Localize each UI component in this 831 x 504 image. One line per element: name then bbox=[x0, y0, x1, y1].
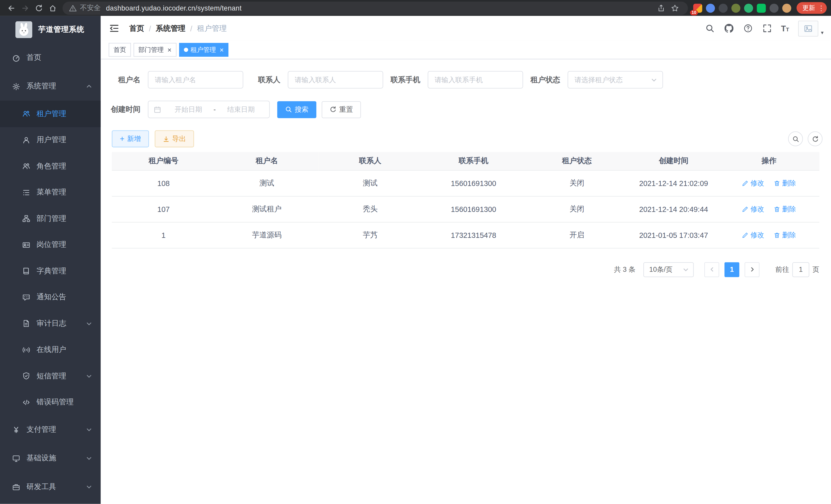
extension-icon-3[interactable] bbox=[719, 3, 728, 12]
page-content: 租户名 联系人 联系手机 租户状态 请选择租户状态 bbox=[101, 59, 831, 504]
close-icon[interactable]: × bbox=[220, 46, 224, 53]
address-url[interactable]: dashboard.yudao.iocoder.cn/system/tenant bbox=[106, 4, 242, 12]
notice-icon bbox=[22, 293, 30, 302]
sidebar-item-dept[interactable]: 部门管理 bbox=[0, 206, 101, 232]
breadcrumb-system[interactable]: 系统管理 bbox=[156, 24, 185, 33]
bookmark-star-icon[interactable] bbox=[668, 1, 682, 15]
extension-icon-6[interactable] bbox=[757, 3, 766, 12]
date-start-placeholder[interactable]: 开始日期 bbox=[166, 105, 211, 114]
extension-icon-1[interactable]: 10 bbox=[693, 3, 702, 12]
filter-tenant-name: 租户名 bbox=[104, 71, 243, 88]
logo-rabbit-avatar bbox=[16, 21, 32, 38]
tab-tenant[interactable]: 租户管理 × bbox=[179, 43, 228, 57]
refresh-button[interactable] bbox=[808, 131, 823, 146]
edit-link[interactable]: 修改 bbox=[742, 204, 765, 214]
sidebar-item-system[interactable]: 系统管理 bbox=[0, 72, 101, 101]
delete-link[interactable]: 删除 bbox=[774, 230, 796, 240]
delete-link[interactable]: 删除 bbox=[774, 178, 796, 188]
role-icon bbox=[22, 162, 30, 171]
extension-icon-2[interactable] bbox=[706, 3, 715, 12]
sidebar-item-audit-log[interactable]: 审计日志 bbox=[0, 310, 101, 337]
sidebar-item-post[interactable]: 岗位管理 bbox=[0, 232, 101, 258]
filter-status: 租户状态 请选择租户状态 bbox=[524, 71, 663, 88]
reset-button[interactable]: 重置 bbox=[322, 101, 361, 118]
contact-label: 联系人 bbox=[245, 75, 280, 85]
sidebar-item-sms[interactable]: 短信管理 bbox=[0, 363, 101, 389]
create-time-range-picker[interactable]: 开始日期 - 结束日期 bbox=[148, 101, 269, 118]
system-submenu: 租户管理 用户管理 角色管理 菜单管理 部门管理 bbox=[0, 101, 101, 415]
avatar[interactable] bbox=[798, 20, 818, 36]
font-size-icon[interactable]: TT bbox=[781, 24, 789, 32]
chevron-down-icon bbox=[683, 266, 689, 272]
tags-view-bar: 首页 部门管理 × 租户管理 × bbox=[101, 41, 831, 59]
page-unit-label: 页 bbox=[812, 265, 820, 274]
tenant-status-select[interactable]: 请选择租户状态 bbox=[568, 71, 663, 88]
user-avatar-menu[interactable]: ▾ bbox=[798, 20, 824, 36]
sidebar-item-payment[interactable]: 支付管理 bbox=[0, 415, 101, 444]
sidebar-item-role[interactable]: 角色管理 bbox=[0, 153, 101, 179]
github-icon[interactable] bbox=[724, 23, 734, 33]
sidebar-collapse-icon[interactable] bbox=[109, 23, 120, 34]
edit-link[interactable]: 修改 bbox=[742, 178, 765, 188]
calendar-icon bbox=[154, 106, 161, 113]
security-label[interactable]: 不安全 bbox=[80, 3, 101, 12]
sidebar-item-home[interactable]: 首页 bbox=[0, 43, 101, 72]
close-icon[interactable]: × bbox=[168, 46, 172, 53]
add-button[interactable]: + 新增 bbox=[112, 130, 149, 147]
edit-link[interactable]: 修改 bbox=[742, 230, 765, 240]
profile-avatar-icon[interactable] bbox=[782, 3, 791, 12]
tab-dept[interactable]: 部门管理 × bbox=[134, 43, 176, 57]
prev-page-button[interactable] bbox=[704, 262, 719, 277]
sidebar-item-error-code[interactable]: 错误码管理 bbox=[0, 389, 101, 415]
toggle-search-button[interactable] bbox=[788, 131, 803, 146]
browser-menu-icon[interactable]: ⋮ bbox=[818, 4, 824, 12]
app-logo[interactable]: 芋道管理系统 bbox=[0, 16, 101, 43]
sidebar-item-menu[interactable]: 菜单管理 bbox=[0, 179, 101, 206]
payment-icon bbox=[11, 425, 20, 434]
filter-row-1: 租户名 联系人 联系手机 租户状态 请选择租户状态 bbox=[104, 71, 831, 88]
browser-home-icon[interactable] bbox=[46, 1, 59, 15]
fullscreen-icon[interactable] bbox=[762, 23, 772, 33]
chevron-down-icon bbox=[86, 320, 92, 327]
page-size-select[interactable]: 10条/页 bbox=[643, 262, 694, 277]
phone-input[interactable] bbox=[428, 71, 523, 88]
tab-home[interactable]: 首页 bbox=[109, 43, 131, 57]
sidebar-item-notice[interactable]: 通知公告 bbox=[0, 285, 101, 310]
breadcrumb-separator: / bbox=[190, 24, 192, 33]
sidebar-item-dict[interactable]: 字典管理 bbox=[0, 258, 101, 284]
sidebar-item-online-user[interactable]: 在线用户 bbox=[0, 337, 101, 363]
app-title: 芋道管理系统 bbox=[38, 25, 84, 34]
table-toolbar: + 新增 导出 bbox=[104, 130, 831, 147]
help-icon[interactable] bbox=[743, 23, 753, 33]
breadcrumb-separator: / bbox=[149, 24, 151, 33]
col-header-id: 租户编号 bbox=[112, 152, 215, 170]
page-number-1[interactable]: 1 bbox=[724, 262, 739, 277]
browser-forward-icon[interactable] bbox=[18, 1, 32, 15]
sidebar-item-tenant[interactable]: 租户管理 bbox=[0, 101, 101, 127]
sidebar-item-infra[interactable]: 基础设施 bbox=[0, 444, 101, 472]
search-button[interactable]: 搜索 bbox=[277, 101, 317, 118]
contact-input[interactable] bbox=[288, 71, 383, 88]
extension-icon-7[interactable] bbox=[770, 3, 779, 12]
delete-link[interactable]: 删除 bbox=[774, 204, 796, 214]
update-button[interactable]: 更新 ⋮ bbox=[797, 2, 827, 13]
browser-reload-icon[interactable] bbox=[32, 1, 46, 15]
next-page-button[interactable] bbox=[745, 262, 760, 277]
extension-icon-4[interactable] bbox=[731, 3, 740, 12]
extension-icon-5[interactable] bbox=[744, 3, 753, 12]
tenant-name-input[interactable] bbox=[148, 71, 243, 88]
security-warning-icon bbox=[69, 4, 77, 12]
address-bar[interactable]: 不安全 dashboard.yudao.iocoder.cn/system/te… bbox=[62, 1, 688, 14]
sidebar-item-devtools[interactable]: 研发工具 bbox=[0, 473, 101, 501]
table-header-row: 租户编号 租户名 联系人 联系手机 租户状态 创建时间 操作 bbox=[112, 152, 819, 170]
breadcrumb-home[interactable]: 首页 bbox=[129, 24, 144, 33]
export-button[interactable]: 导出 bbox=[155, 130, 194, 147]
browser-back-icon[interactable] bbox=[4, 1, 18, 15]
date-end-placeholder[interactable]: 结束日期 bbox=[218, 105, 264, 114]
goto-page-input[interactable] bbox=[792, 262, 809, 277]
table-row: 107 测试租户 秃头 15601691300 关闭 2021-12-14 20… bbox=[112, 196, 819, 222]
online-user-icon bbox=[22, 346, 30, 354]
search-icon[interactable] bbox=[705, 23, 715, 33]
sidebar-item-user[interactable]: 用户管理 bbox=[0, 127, 101, 153]
share-icon[interactable] bbox=[654, 1, 668, 15]
